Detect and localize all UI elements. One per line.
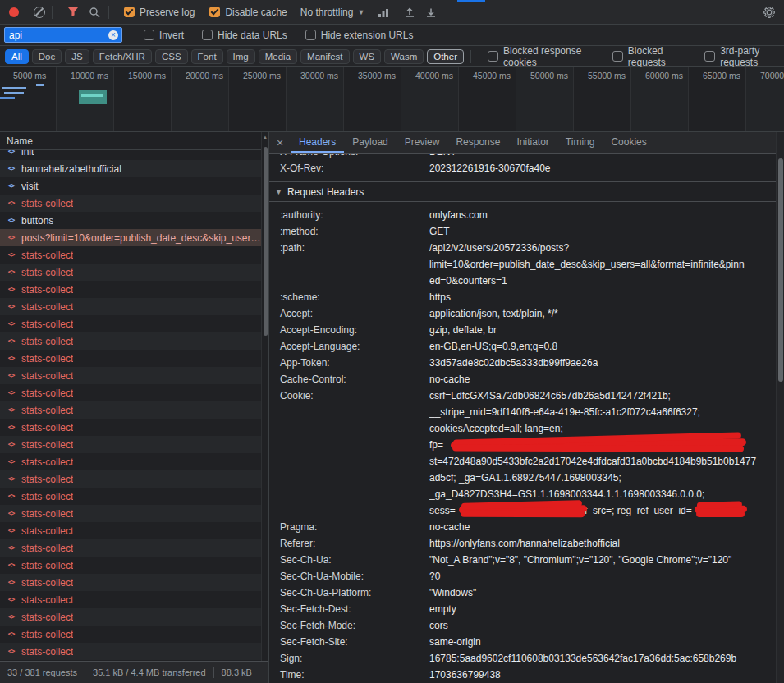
details-tab[interactable]: Payload — [344, 132, 396, 153]
type-filter-pill[interactable]: Doc — [32, 49, 62, 64]
request-row[interactable]: stats-collect — [0, 505, 261, 522]
request-row[interactable]: stats-collect — [0, 574, 261, 591]
record-button[interactable] — [9, 7, 19, 17]
filter-checkbox[interactable]: Hide extension URLs — [305, 30, 414, 41]
name-column-header[interactable]: Name — [0, 132, 261, 150]
type-filter-pill[interactable]: WS — [353, 49, 382, 64]
request-row[interactable]: stats-collect — [0, 626, 261, 643]
header-value[interactable]: cors — [429, 617, 776, 634]
details-tab[interactable]: Response — [447, 132, 508, 153]
header-value[interactable]: DENY — [429, 154, 776, 160]
request-headers-section-header[interactable]: ▼ Request Headers — [269, 181, 776, 202]
request-row[interactable]: visit — [0, 177, 261, 195]
header-value[interactable]: no-cache — [429, 371, 776, 387]
header-value[interactable]: 1703636799438 — [429, 667, 776, 683]
type-filter-pill[interactable]: Other — [427, 49, 464, 64]
header-value[interactable]: 16785:5aad9602cf110608b03133de563642fac1… — [429, 650, 776, 667]
toolbar-checkbox[interactable]: Disable cache — [209, 7, 287, 18]
request-row[interactable]: stats-collect — [0, 401, 261, 419]
filter-checkbox[interactable]: Invert — [144, 30, 184, 41]
request-filter-checkbox[interactable]: 3rd-party requests — [704, 45, 784, 68]
requests-scrollbar[interactable]: ▲ — [261, 132, 268, 661]
request-row[interactable]: stats-collect — [0, 643, 261, 660]
filter-input[interactable]: api × — [4, 27, 122, 43]
network-overview-timeline[interactable]: 5000 ms10000 ms15000 ms20000 ms25000 ms3… — [0, 67, 784, 132]
header-value[interactable]: "Windows" — [429, 584, 776, 601]
scrollbar-thumb[interactable] — [778, 158, 783, 382]
header-value[interactable]: https://onlyfans.com/hannahelizabethoffi… — [429, 535, 776, 552]
filter-icon[interactable] — [66, 5, 80, 20]
header-value[interactable]: ?0 — [429, 568, 776, 584]
network-conditions-icon[interactable] — [376, 5, 391, 20]
type-filter-pill[interactable]: Media — [259, 49, 297, 64]
header-value[interactable]: en-GB,en-US;q=0.9,en;q=0.8 — [429, 338, 776, 355]
settings-gear-icon[interactable] — [762, 5, 777, 20]
header-row: :authority: onlyfans.com — [269, 207, 776, 223]
header-value[interactable]: 202312261916-30670fa40e — [429, 160, 776, 176]
type-filter-pill[interactable]: CSS — [155, 49, 188, 64]
type-filter-pill[interactable]: Wasm — [384, 49, 424, 64]
details-tab[interactable]: Initiator — [508, 132, 557, 153]
request-row[interactable]: stats-collect — [0, 470, 261, 488]
details-tab[interactable]: Cookies — [603, 132, 654, 153]
request-row[interactable]: stats-collect — [0, 246, 261, 264]
header-value[interactable]: gzip, deflate, br — [429, 322, 776, 338]
request-row[interactable]: stats-collect — [0, 298, 261, 315]
request-row[interactable]: stats-collect — [0, 281, 261, 298]
header-value[interactable]: "Not_A Brand";v="8", "Chromium";v="120",… — [429, 552, 776, 568]
type-filter-pill[interactable]: JS — [65, 49, 89, 64]
export-har-icon[interactable] — [424, 5, 438, 20]
header-value[interactable]: GET — [429, 223, 776, 240]
request-row[interactable]: posts?limit=10&order=publish_date_desc&s… — [0, 229, 261, 246]
import-har-icon[interactable] — [402, 5, 417, 20]
request-row[interactable]: stats-collect — [0, 350, 261, 367]
request-row[interactable]: stats-collect — [0, 195, 261, 212]
scroll-up-icon[interactable]: ▲ — [263, 135, 268, 140]
request-row[interactable]: stats-collect — [0, 557, 261, 574]
request-row[interactable]: stats-collect — [0, 453, 261, 470]
type-filter-pill[interactable]: Font — [191, 49, 223, 64]
header-value[interactable]: onlyfans.com — [429, 207, 776, 223]
clear-icon[interactable] — [34, 7, 45, 18]
request-row[interactable]: stats-collect — [0, 608, 261, 626]
type-filter-pill[interactable]: All — [5, 49, 29, 64]
request-row[interactable]: stats-collect — [0, 488, 261, 505]
toolbar-checkbox[interactable]: Preserve log — [124, 7, 195, 18]
throttling-dropdown[interactable]: No throttling ▼ — [300, 7, 365, 18]
header-value[interactable]: csrf=LdfcGX4Sa72db06824c657db26a5d142472… — [429, 387, 776, 519]
header-value[interactable]: 33d57ade8c02dbc5a333db99ff9ae26a — [429, 355, 776, 371]
request-row[interactable]: stats-collect — [0, 264, 261, 281]
request-row[interactable]: hannahelizabethofficial — [0, 160, 261, 177]
header-value[interactable]: no-cache — [429, 519, 776, 535]
clear-filter-icon[interactable]: × — [108, 30, 118, 40]
search-icon[interactable] — [87, 5, 102, 20]
request-row[interactable]: stats-collect — [0, 367, 261, 384]
header-value[interactable]: /api2/v2/users/20572336/posts? limit=10&… — [429, 240, 776, 289]
request-row[interactable]: stats-collect — [0, 315, 261, 332]
request-row[interactable]: stats-collect — [0, 522, 261, 539]
type-filter-pill[interactable]: Fetch/XHR — [93, 49, 152, 64]
request-row[interactable]: stats-collect — [0, 539, 261, 557]
close-icon[interactable]: × — [269, 136, 291, 149]
request-row[interactable]: stats-collect — [0, 419, 261, 436]
details-tab[interactable]: Timing — [557, 132, 603, 153]
header-value[interactable]: application/json, text/plain, */* — [429, 305, 776, 322]
details-tab[interactable]: Preview — [397, 132, 448, 153]
request-filter-checkbox[interactable]: Blocked requests — [612, 45, 688, 68]
request-row[interactable]: stats-collect — [0, 384, 261, 401]
request-filter-checkbox[interactable]: Blocked response cookies — [488, 45, 596, 68]
details-tab[interactable]: Headers — [291, 132, 344, 153]
request-row[interactable]: stats-collect — [0, 332, 261, 350]
type-filter-pill[interactable]: Manifest — [300, 49, 349, 64]
request-row[interactable]: init — [0, 150, 261, 160]
type-filter-pill[interactable]: Img — [227, 49, 255, 64]
request-row[interactable]: stats-collect — [0, 436, 261, 453]
filter-checkbox[interactable]: Hide data URLs — [202, 30, 287, 41]
scrollbar-thumb[interactable] — [264, 147, 268, 336]
request-row[interactable]: stats-collect — [0, 591, 261, 608]
request-row[interactable]: buttons — [0, 212, 261, 229]
header-value[interactable]: https — [429, 289, 776, 305]
header-value[interactable]: same-origin — [429, 634, 776, 650]
details-scrollbar[interactable] — [776, 132, 784, 683]
header-value[interactable]: empty — [429, 601, 776, 617]
